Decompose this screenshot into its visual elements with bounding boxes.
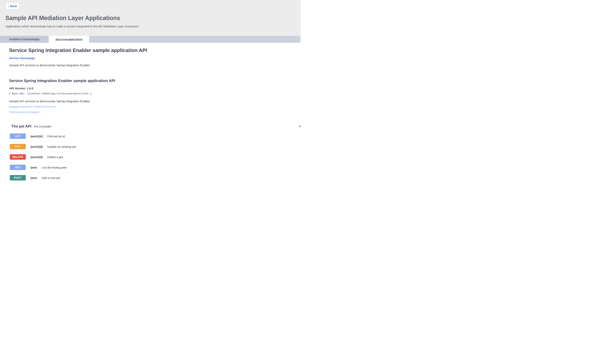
tab-label: enablerv1sampleapp <box>9 38 40 41</box>
operation-path: /pets <box>30 176 37 180</box>
chevron-left-icon: ‹ <box>8 4 9 8</box>
service-detail-content: Service Spring Integration Enabler sampl… <box>0 43 300 182</box>
method-badge: PUT <box>10 144 26 149</box>
operation-row[interactable]: GET /pets List all existing pets <box>9 162 300 173</box>
method-badge: GET <box>10 133 26 139</box>
method-badge: POST <box>10 175 26 181</box>
service-description: Sample API services to demonstrate Sprin… <box>9 64 300 67</box>
pet-api-section-subtitle: Pet Controller <box>34 125 52 128</box>
back-button[interactable]: ‹ Back <box>6 3 19 9</box>
operation-summary: List all existing pets <box>42 166 67 169</box>
operation-row[interactable]: GET /pets/{id} Find pet by id <box>9 131 300 142</box>
api-doc-description: Sample API services to demonstrate Sprin… <box>9 100 300 103</box>
tab-enablerv1sampleapp[interactable]: enablerv1sampleapp <box>0 36 49 43</box>
service-homepage-link[interactable]: Service Homepage <box>9 56 35 60</box>
method-badge: DELETE <box>10 154 26 160</box>
pet-api-section: The pet API Pet Controller GET /pets/{id… <box>9 124 300 182</box>
operation-summary: Add a new pet <box>42 176 60 180</box>
operation-path: /pets <box>30 166 37 169</box>
pet-api-section-title: The pet API <box>11 124 31 129</box>
tab-bar: enablerv1sampleapp discoverableclient <box>0 36 300 43</box>
operation-path: /pets/{id} <box>30 135 43 138</box>
operation-path: /pets/{id} <box>30 155 43 159</box>
method-badge: GET <box>10 165 26 170</box>
api-version: API Version: 1.0.0 <box>9 87 300 90</box>
external-documentation-link[interactable]: External documentation <box>9 110 300 114</box>
operation-summary: Find pet by id <box>47 135 65 138</box>
operation-row[interactable]: POST /pets Add a new pet <box>9 173 300 182</box>
operation-row[interactable]: PUT /pets/{id} Update an existing pet <box>9 142 300 152</box>
operation-summary: Delete a pet <box>47 155 63 159</box>
operation-summary: Update an existing pet <box>47 145 76 148</box>
chevron-down-icon[interactable] <box>299 124 300 128</box>
operations-list: GET /pets/{id} Find pet by id PUT /pets/… <box>9 131 300 182</box>
base-url: [ Base URL: localhost:10010/api/v1/disco… <box>9 92 300 95</box>
operation-row[interactable]: DELETE /pets/{id} Delete a pet <box>9 152 300 162</box>
pet-api-section-header[interactable]: The pet API Pet Controller <box>9 124 300 129</box>
operation-path: /pets/{id} <box>30 145 43 148</box>
swagger-json-link[interactable]: Swagger/OpenAPI JSON Document <box>9 105 300 108</box>
page-title: Sample API Mediation Layer Applications <box>5 15 300 21</box>
service-title: Service Spring Integration Enabler sampl… <box>9 48 300 53</box>
tab-discoverableclient[interactable]: discoverableclient <box>49 36 89 43</box>
api-doc-title: Service Spring Integration Enabler sampl… <box>9 78 300 83</box>
page-subtitle: Applications which demonstrate how to ma… <box>6 25 300 28</box>
page-header: ‹ Back Sample API Mediation Layer Applic… <box>0 0 300 36</box>
tab-label: discoverableclient <box>55 38 82 41</box>
back-button-label: Back <box>10 4 17 8</box>
